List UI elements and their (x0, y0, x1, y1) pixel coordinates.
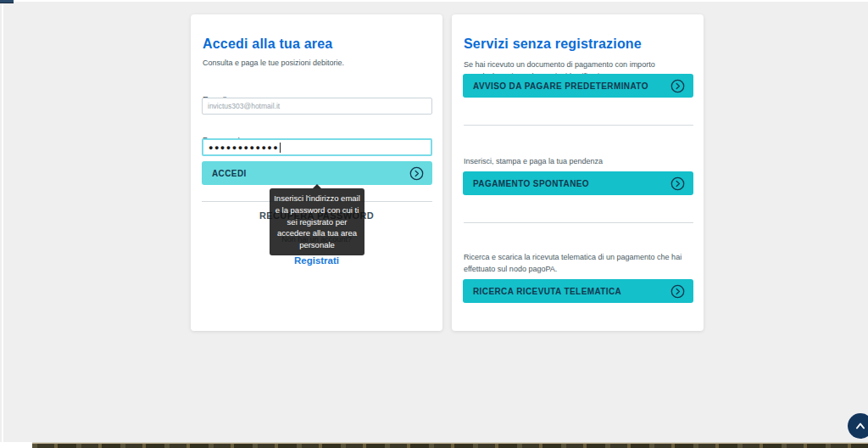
avviso-da-pagare-button[interactable]: AVVISO DA PAGARE PREDETERMINATO (463, 74, 693, 98)
registrati-link[interactable]: Registrati (191, 255, 442, 266)
tooltip-caret (313, 184, 321, 188)
tooltip-line: personale (273, 239, 361, 251)
top-edge-strip (14, 0, 868, 2)
services-card: Servizi senza registrazione Se hai ricev… (452, 14, 704, 331)
service-description-ricevuta: Ricerca e scarica la ricevuta telematica… (464, 251, 690, 275)
footer-left-gap (0, 442, 32, 448)
login-card: Accedi alla tua area Consulta e paga le … (191, 14, 442, 331)
login-subtitle: Consulta e paga le tue posizioni debitor… (203, 59, 431, 67)
services-title: Servizi senza registrazione (464, 36, 642, 52)
back-to-top-button[interactable] (848, 413, 868, 439)
pagopa-portal-page: Accedi alla tua area Consulta e paga le … (0, 0, 868, 448)
chevron-right-circle-icon (409, 166, 424, 181)
services-divider (464, 222, 693, 223)
ricevuta-button-label: RICERCA RICEVUTA TELEMATICA (473, 287, 621, 296)
email-input[interactable]: invictus303@hotmail.it (202, 98, 432, 115)
ricerca-ricevuta-button[interactable]: RICERCA RICEVUTA TELEMATICA (463, 279, 693, 303)
password-input[interactable]: ●●●●●●●●●●●● (202, 138, 432, 156)
spontaneo-button-label: PAGAMENTO SPONTANEO (473, 179, 589, 188)
email-value: invictus303@hotmail.it (208, 102, 280, 110)
chevron-right-circle-icon (670, 79, 685, 93)
accedi-button[interactable]: ACCEDI (202, 161, 432, 185)
tooltip-line: Inserisci l'indirizzo email (273, 193, 361, 204)
accedi-button-label: ACCEDI (212, 169, 247, 178)
pagamento-spontaneo-button[interactable]: PAGAMENTO SPONTANEO (463, 171, 693, 195)
tooltip-line: e la password con cui ti (273, 204, 361, 216)
services-divider (464, 125, 693, 126)
chevron-right-circle-icon (670, 176, 685, 191)
arrow-up-icon (854, 419, 867, 433)
left-edge-strip (2, 3, 3, 442)
password-masked-value: ●●●●●●●●●●●● (209, 143, 279, 152)
footer-image-strip (32, 443, 868, 448)
login-tooltip: Inserisci l'indirizzo email e la passwor… (270, 188, 364, 255)
tooltip-line: accedere alla tua area (273, 227, 361, 239)
avviso-button-label: AVVISO DA PAGARE PREDETERMINATO (473, 81, 648, 91)
text-caret (280, 143, 281, 153)
chevron-right-circle-icon (670, 284, 685, 299)
service-description-spontaneo: Inserisci, stampa e paga la tua pendenza (464, 155, 690, 167)
tooltip-line: sei registrato per (273, 216, 361, 228)
login-title: Accedi alla tua area (203, 36, 332, 52)
